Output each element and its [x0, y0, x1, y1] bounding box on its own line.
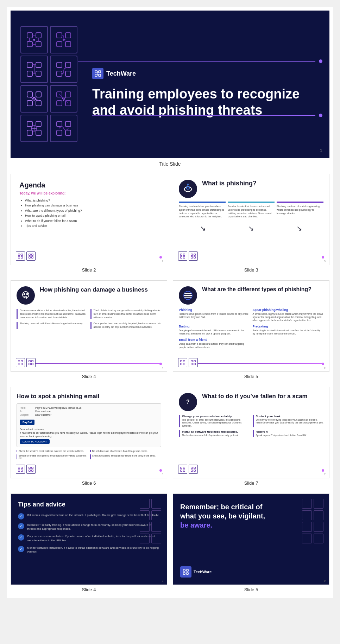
- slide5-footer-dot: [322, 363, 324, 365]
- svg-rect-30: [36, 101, 41, 106]
- svg-rect-88: [32, 363, 33, 365]
- slide7-grid: Change your passwords immediately. This …: [179, 415, 323, 437]
- slide-thumb-2[interactable]: Agenda Today, we will be exploring: What…: [11, 174, 167, 265]
- action-2: Contact your bank. Even if you weren't t…: [253, 415, 324, 427]
- slide3-header: What is phishing?: [179, 180, 323, 198]
- svg-rect-12: [65, 42, 71, 47]
- type-spear: Spear phishing/whaling A small-scale, hi…: [253, 308, 324, 322]
- slide9-brand: TechWare: [180, 566, 212, 578]
- question-icon-circle: ?: [179, 393, 197, 411]
- slide8-title: Tips and advice: [18, 501, 160, 508]
- svg-rect-9: [57, 33, 62, 38]
- col-bar-teal: [228, 202, 275, 203]
- slide-thumb-8[interactable]: Tips and advice ✓ If it seems too good t…: [11, 493, 167, 585]
- email-body: Dear valued customer, It has come to our…: [20, 428, 158, 438]
- action-4: Report it! Speak to your IT department a…: [253, 430, 324, 437]
- footer-icon-2: [26, 251, 36, 261]
- page-container: TechWare Training employees to recognize…: [7, 7, 333, 598]
- slide3-arrows: ↘ ↘ ↘: [179, 222, 323, 235]
- dark-icon-8: [151, 534, 161, 543]
- slide2-footer-icons: [16, 251, 36, 261]
- svg-rect-72: [191, 254, 193, 256]
- svg-rect-10: [65, 33, 71, 38]
- slide-cell-5: What are the different types of phishing…: [173, 280, 329, 381]
- slide2-caption: Slide 2: [11, 265, 167, 275]
- slide-thumb-6[interactable]: How to spot a phishing email From: PayPo…: [11, 387, 167, 478]
- slide-thumb-5[interactable]: What are the different types of phishing…: [173, 280, 329, 372]
- svg-rect-51: [95, 74, 97, 76]
- type-text-5: Using data from a successful attack, the…: [179, 342, 250, 349]
- svg-rect-117: [191, 470, 193, 472]
- svg-point-8: [33, 39, 35, 41]
- email-from-label: From:: [20, 407, 34, 409]
- slide9-dark-icon-5: [302, 522, 312, 532]
- slide2-footer-line: [36, 257, 160, 257]
- slide3-footer-line: [198, 257, 322, 257]
- svg-text:?: ?: [186, 399, 190, 405]
- svg-rect-55: [18, 254, 20, 256]
- slide9-accent-text: be aware.: [180, 521, 212, 529]
- svg-rect-47: [57, 130, 62, 135]
- svg-rect-45: [57, 121, 62, 127]
- footer-icon-8: [189, 358, 198, 367]
- icon-box-3: [20, 56, 48, 83]
- slide9-dark-icon-1: [302, 499, 312, 509]
- slide3-col-text-2: Popular threats that these criminals wil…: [228, 205, 275, 218]
- slide-thumb-4[interactable]: How phishing can damage a business Once …: [11, 280, 167, 372]
- slide3-col-2: Popular threats that these criminals wil…: [228, 202, 275, 218]
- slide-thumb-3[interactable]: What is phishing? Phishing is a fraudule…: [173, 174, 329, 265]
- slide3-col-1: Phishing is a fraudulent practice where …: [179, 202, 226, 218]
- slide9-caption: Slide 5: [173, 585, 329, 594]
- slide2-subtitle: Today, we will be exploring:: [19, 191, 158, 195]
- slide-cell-7: ? What to do if you've fallen for a scam…: [173, 387, 329, 488]
- title-icons-grid: [20, 26, 78, 143]
- svg-rect-1: [36, 33, 41, 38]
- slide6-footer-dot: [159, 469, 162, 472]
- svg-rect-74: [191, 257, 193, 259]
- title-slide-text: Training employees to recognize and avoi…: [92, 86, 315, 118]
- slide6-num: 6: [162, 473, 163, 476]
- slide2-footer-dot: [159, 256, 162, 259]
- svg-rect-86: [32, 361, 33, 362]
- agenda-item-2: How phishing can damage a business: [25, 203, 158, 208]
- checkmark-4: ✓: [20, 547, 23, 551]
- slide9-main-text: Remember; be critical of what you see, b…: [180, 502, 272, 530]
- slide-cell-4: How phishing can damage a business Once …: [11, 280, 167, 381]
- footer-icon-4: [189, 251, 198, 261]
- damage-item-2: Theft of data is a key danger with succe…: [90, 309, 162, 319]
- slide-thumb-9[interactable]: Remember; be critical of what you see, b…: [173, 493, 329, 585]
- brand-logo: [92, 68, 103, 79]
- svg-rect-46: [65, 121, 71, 127]
- svg-rect-96: [183, 363, 185, 365]
- tip-item-2: ✓ Request IT security training. These at…: [18, 523, 160, 531]
- svg-rect-107: [29, 470, 31, 472]
- svg-rect-50: [99, 71, 101, 73]
- checkmark-3: ✓: [20, 536, 23, 539]
- slide-number-1: 1: [320, 148, 322, 153]
- slide3-columns: Phishing is a fraudulent practice where …: [179, 202, 323, 218]
- tip-item-4: ✓ Monitor software installation. If it a…: [18, 546, 160, 554]
- slide9-num: 9: [324, 579, 326, 582]
- type-text-4: Pretexting is to steal information to co…: [253, 329, 324, 335]
- slide3-col-3: Phishing is a form of social engineering…: [277, 202, 323, 218]
- action-1: Change your passwords immediately. This …: [179, 415, 250, 427]
- agenda-item-3: What are the different types of phishing…: [25, 208, 158, 213]
- svg-rect-108: [32, 470, 33, 472]
- slide4-num: 4: [162, 366, 163, 369]
- icon-box-8: [50, 115, 77, 142]
- svg-rect-102: [21, 467, 23, 469]
- slide4-footer-icons: [16, 358, 36, 367]
- icon-box-4: [50, 56, 77, 83]
- slide3-num: 3: [324, 260, 326, 263]
- svg-rect-101: [18, 467, 20, 469]
- footer-icon-7: [178, 358, 187, 367]
- slide4-caption: Slide 4: [11, 372, 167, 381]
- damage-item-1: Once someone clicks a link or downloads …: [17, 309, 88, 319]
- slide-cell-2: Agenda Today, we will be exploring: What…: [11, 174, 167, 275]
- svg-rect-104: [21, 470, 23, 472]
- slide6-footer-icons: [16, 465, 36, 474]
- slide4-footer-dot: [159, 363, 162, 365]
- arrow-3: ↘: [296, 224, 302, 232]
- icon-box-5: [20, 85, 48, 113]
- slide-thumb-7[interactable]: ? What to do if you've fallen for a scam…: [173, 387, 329, 478]
